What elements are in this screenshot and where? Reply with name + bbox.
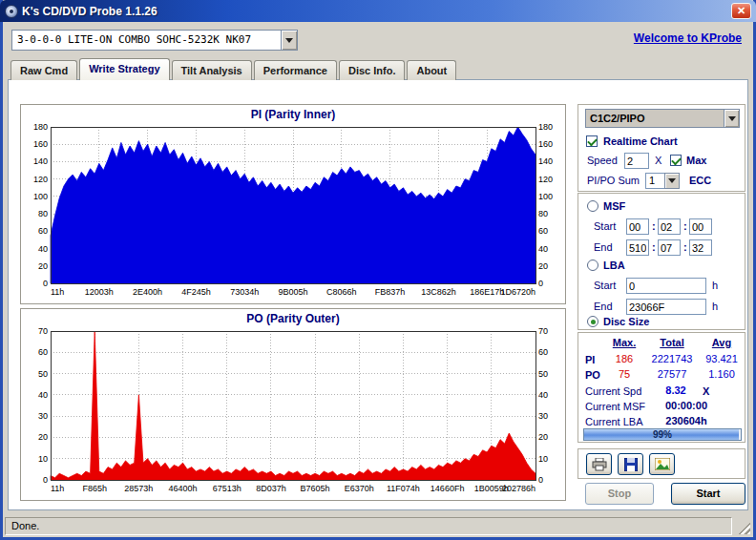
- svg-text:46400h: 46400h: [169, 484, 198, 493]
- realtime-chart-checkbox[interactable]: [586, 135, 598, 147]
- statusbar: Done.: [3, 514, 753, 537]
- welcome-link[interactable]: Welcome to KProbe: [634, 31, 742, 45]
- drive-select-arrow-button[interactable]: [281, 30, 298, 51]
- pi-chart-title: PI (Parity Inner): [21, 105, 565, 121]
- titlebar[interactable]: K's CD/DVD Probe 1.1.26 ✕: [0, 0, 756, 22]
- mode-select-value: C1C2/PIPO: [585, 109, 724, 128]
- tab-raw-cmd[interactable]: Raw Cmd: [10, 60, 77, 80]
- chevron-down-icon: [285, 38, 293, 47]
- start-button[interactable]: Start: [671, 483, 746, 505]
- pipo-sum-select[interactable]: 1: [645, 173, 680, 189]
- msf-start-frame-input[interactable]: [689, 218, 712, 235]
- svg-text:73034h: 73034h: [230, 287, 259, 297]
- po-row-label: PO: [585, 368, 600, 383]
- stats-header-avg: Avg: [701, 337, 743, 348]
- stats-header-max: Max.: [607, 337, 641, 348]
- print-button[interactable]: [586, 453, 612, 475]
- resize-grip[interactable]: [738, 522, 750, 534]
- svg-text:60: 60: [38, 226, 48, 236]
- status-text: Done.: [5, 517, 732, 535]
- svg-text:50: 50: [538, 369, 548, 379]
- realtime-chart-label: Realtime Chart: [603, 135, 678, 149]
- lba-end-input[interactable]: [626, 299, 706, 315]
- msf-end-frame-input[interactable]: [689, 239, 712, 256]
- svg-text:11h: 11h: [51, 484, 64, 493]
- svg-text:180: 180: [538, 122, 553, 132]
- svg-text:13C862h: 13C862h: [421, 287, 456, 297]
- svg-text:1D6720h: 1D6720h: [500, 287, 536, 297]
- lba-start-input[interactable]: [626, 278, 706, 294]
- svg-text:28573h: 28573h: [124, 484, 153, 493]
- max-speed-label: Max: [686, 154, 706, 168]
- svg-text:60: 60: [538, 347, 548, 357]
- drive-select[interactable]: 3-0-0-0 LITE-ON COMBO SOHC-5232K NK07: [11, 30, 298, 51]
- msf-end-label: End: [594, 240, 613, 255]
- ecc-label: ECC: [689, 174, 711, 188]
- stats-header-total: Total: [645, 337, 699, 348]
- chevron-down-icon: [728, 116, 736, 125]
- pi-chart: 0020204040606080801001001201201401401601…: [24, 121, 562, 299]
- disc-size-radio[interactable]: [587, 316, 598, 327]
- po-max-value: 75: [607, 368, 641, 380]
- svg-text:10: 10: [38, 454, 48, 464]
- save-button[interactable]: [618, 453, 643, 475]
- msf-end-sec-input[interactable]: [658, 239, 681, 256]
- msf-end-min-input[interactable]: [626, 239, 649, 256]
- lba-radio[interactable]: [587, 260, 598, 271]
- msf-separator: :: [683, 240, 687, 255]
- svg-text:B7605h: B7605h: [301, 484, 330, 493]
- svg-text:20: 20: [38, 432, 48, 442]
- svg-text:14660Fh: 14660Fh: [430, 484, 465, 493]
- tab-about[interactable]: About: [407, 60, 456, 80]
- msf-start-label: Start: [594, 219, 616, 234]
- svg-text:100: 100: [538, 192, 553, 201]
- close-button[interactable]: ✕: [731, 3, 751, 19]
- tab-performance[interactable]: Performance: [254, 60, 337, 80]
- current-spd-value: 8.32: [657, 384, 695, 396]
- lba-start-label: Start: [594, 279, 616, 293]
- current-msf-value: 00:00:00: [657, 400, 716, 411]
- speed-input[interactable]: [624, 153, 649, 169]
- stop-button[interactable]: Stop: [585, 483, 654, 505]
- tab-write-strategy[interactable]: Write Strategy: [79, 58, 169, 80]
- window-title: K's CD/DVD Probe 1.1.26: [22, 5, 158, 18]
- stats-group: Max. Total Avg PI 186 2221743 93.421 PO …: [578, 332, 746, 443]
- current-msf-label: Current MSF: [585, 400, 645, 414]
- msf-separator: :: [652, 240, 656, 255]
- po-chart-box: PO (Parity Outer) 0010102020303040405050…: [20, 308, 566, 501]
- svg-text:50: 50: [38, 369, 48, 379]
- chevron-down-icon: [668, 178, 676, 187]
- tabstrip: Raw Cmd Write Strategy Tilt Analysis Per…: [10, 58, 458, 80]
- pi-total-value: 2221743: [645, 353, 699, 364]
- svg-text:9B005h: 9B005h: [278, 287, 307, 297]
- msf-start-min-input[interactable]: [626, 218, 649, 235]
- lba-label: LBA: [603, 259, 625, 273]
- svg-text:140: 140: [538, 156, 553, 166]
- progress-bar: 99%: [583, 428, 742, 441]
- svg-text:186E17h: 186E17h: [470, 287, 504, 297]
- msf-label: MSF: [603, 199, 625, 214]
- svg-text:0: 0: [43, 475, 48, 485]
- pipo-sum-arrow-button[interactable]: [664, 173, 680, 189]
- tab-tilt-analysis[interactable]: Tilt Analysis: [172, 60, 252, 80]
- speed-label: Speed: [587, 154, 618, 168]
- tab-disc-info[interactable]: Disc Info.: [339, 60, 406, 80]
- image-icon: [655, 458, 670, 470]
- drive-select-value: 3-0-0-0 LITE-ON COMBO SOHC-5232K NK07: [11, 30, 281, 51]
- msf-separator: :: [683, 219, 687, 234]
- snapshot-button[interactable]: [649, 453, 675, 475]
- mode-select[interactable]: C1C2/PIPO: [585, 109, 740, 128]
- msf-radio[interactable]: [587, 200, 598, 212]
- svg-text:67513h: 67513h: [213, 484, 242, 493]
- po-avg-value: 1.160: [701, 368, 743, 380]
- printer-icon: [592, 458, 607, 471]
- mode-select-arrow-button[interactable]: [724, 109, 740, 128]
- svg-text:160: 160: [33, 139, 48, 149]
- floppy-icon: [624, 458, 638, 471]
- msf-start-sec-input[interactable]: [658, 218, 681, 235]
- tools-group: [578, 448, 746, 479]
- msf-separator: :: [652, 219, 656, 234]
- svg-text:2E400h: 2E400h: [133, 287, 162, 297]
- max-speed-checkbox[interactable]: [670, 155, 682, 166]
- svg-text:160: 160: [538, 139, 553, 149]
